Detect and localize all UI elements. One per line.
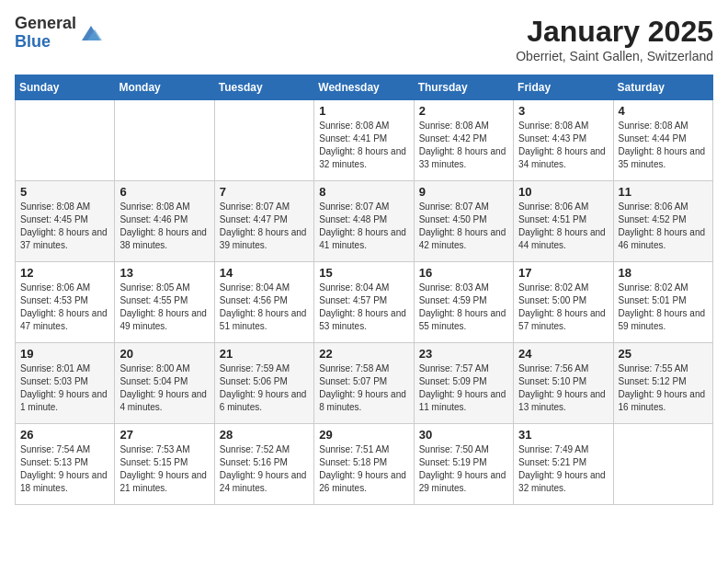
month-title: January 2025 <box>516 15 713 49</box>
col-header-tuesday: Tuesday <box>214 75 313 100</box>
day-number: 18 <box>619 266 708 280</box>
day-info: Sunrise: 8:08 AM Sunset: 4:46 PM Dayligh… <box>119 201 209 252</box>
day-info: Sunrise: 7:49 AM Sunset: 5:21 PM Dayligh… <box>518 443 608 495</box>
calendar-cell: 1Sunrise: 8:08 AM Sunset: 4:41 PM Daylig… <box>314 100 414 181</box>
calendar-cell: 2Sunrise: 8:08 AM Sunset: 4:42 PM Daylig… <box>414 100 513 181</box>
day-number: 24 <box>518 347 608 361</box>
calendar-cell <box>16 100 115 181</box>
calendar-cell: 27Sunrise: 7:53 AM Sunset: 5:15 PM Dayli… <box>115 424 214 505</box>
day-info: Sunrise: 8:06 AM Sunset: 4:52 PM Dayligh… <box>619 201 708 252</box>
day-number: 22 <box>319 347 408 361</box>
day-info: Sunrise: 8:07 AM Sunset: 4:47 PM Dayligh… <box>220 201 309 252</box>
calendar-cell: 30Sunrise: 7:50 AM Sunset: 5:19 PM Dayli… <box>414 424 513 505</box>
day-number: 4 <box>619 104 708 118</box>
day-info: Sunrise: 8:08 AM Sunset: 4:41 PM Dayligh… <box>319 120 408 171</box>
day-info: Sunrise: 7:54 AM Sunset: 5:13 PM Dayligh… <box>20 443 109 495</box>
calendar-cell <box>613 424 712 505</box>
day-info: Sunrise: 8:05 AM Sunset: 4:55 PM Dayligh… <box>119 282 209 333</box>
calendar-cell: 15Sunrise: 8:04 AM Sunset: 4:57 PM Dayli… <box>314 262 414 343</box>
day-info: Sunrise: 8:08 AM Sunset: 4:42 PM Dayligh… <box>419 120 508 171</box>
day-number: 21 <box>220 347 309 361</box>
calendar-cell: 11Sunrise: 8:06 AM Sunset: 4:52 PM Dayli… <box>613 181 712 262</box>
calendar-week-row: 26Sunrise: 7:54 AM Sunset: 5:13 PM Dayli… <box>16 424 713 505</box>
day-number: 31 <box>518 428 608 442</box>
calendar-cell: 17Sunrise: 8:02 AM Sunset: 5:00 PM Dayli… <box>514 262 613 343</box>
calendar-table: SundayMondayTuesdayWednesdayThursdayFrid… <box>15 75 713 505</box>
calendar-cell: 12Sunrise: 8:06 AM Sunset: 4:53 PM Dayli… <box>16 262 115 343</box>
day-info: Sunrise: 8:08 AM Sunset: 4:44 PM Dayligh… <box>619 120 708 171</box>
day-number: 6 <box>119 185 209 199</box>
day-number: 17 <box>518 266 608 280</box>
day-number: 20 <box>119 347 209 361</box>
day-info: Sunrise: 8:06 AM Sunset: 4:53 PM Dayligh… <box>20 282 109 333</box>
day-number: 10 <box>518 185 608 199</box>
day-info: Sunrise: 8:00 AM Sunset: 5:04 PM Dayligh… <box>119 362 209 414</box>
day-info: Sunrise: 7:50 AM Sunset: 5:19 PM Dayligh… <box>419 443 508 495</box>
calendar-cell: 7Sunrise: 8:07 AM Sunset: 4:47 PM Daylig… <box>214 181 313 262</box>
day-number: 7 <box>220 185 309 199</box>
day-info: Sunrise: 7:53 AM Sunset: 5:15 PM Dayligh… <box>119 443 209 495</box>
calendar-cell: 9Sunrise: 8:07 AM Sunset: 4:50 PM Daylig… <box>414 181 513 262</box>
day-number: 9 <box>419 185 508 199</box>
col-header-saturday: Saturday <box>613 75 712 100</box>
calendar-cell: 24Sunrise: 7:56 AM Sunset: 5:10 PM Dayli… <box>514 343 613 424</box>
calendar-cell: 8Sunrise: 8:07 AM Sunset: 4:48 PM Daylig… <box>314 181 414 262</box>
calendar-cell: 21Sunrise: 7:59 AM Sunset: 5:06 PM Dayli… <box>214 343 313 424</box>
day-number: 19 <box>20 347 109 361</box>
day-number: 16 <box>419 266 508 280</box>
day-info: Sunrise: 7:55 AM Sunset: 5:12 PM Dayligh… <box>619 362 708 414</box>
calendar-cell: 31Sunrise: 7:49 AM Sunset: 5:21 PM Dayli… <box>514 424 613 505</box>
day-info: Sunrise: 7:58 AM Sunset: 5:07 PM Dayligh… <box>319 362 408 414</box>
calendar-cell: 13Sunrise: 8:05 AM Sunset: 4:55 PM Dayli… <box>115 262 214 343</box>
day-info: Sunrise: 8:08 AM Sunset: 4:45 PM Dayligh… <box>20 201 109 252</box>
day-info: Sunrise: 7:59 AM Sunset: 5:06 PM Dayligh… <box>220 362 309 414</box>
calendar-header-row: SundayMondayTuesdayWednesdayThursdayFrid… <box>16 75 713 100</box>
logo-blue-text: Blue <box>15 33 76 52</box>
day-number: 27 <box>119 428 209 442</box>
calendar-cell <box>115 100 214 181</box>
location: Oberriet, Saint Gallen, Switzerland <box>516 49 713 63</box>
logo-general-text: General <box>15 15 76 33</box>
day-number: 25 <box>619 347 708 361</box>
day-info: Sunrise: 8:02 AM Sunset: 5:00 PM Dayligh… <box>518 282 608 333</box>
col-header-monday: Monday <box>115 75 214 100</box>
day-number: 12 <box>20 266 109 280</box>
col-header-friday: Friday <box>514 75 613 100</box>
calendar-cell: 26Sunrise: 7:54 AM Sunset: 5:13 PM Dayli… <box>16 424 115 505</box>
day-info: Sunrise: 8:02 AM Sunset: 5:01 PM Dayligh… <box>619 282 708 333</box>
calendar-cell: 6Sunrise: 8:08 AM Sunset: 4:46 PM Daylig… <box>115 181 214 262</box>
logo: General Blue <box>15 15 104 52</box>
col-header-thursday: Thursday <box>414 75 513 100</box>
day-info: Sunrise: 7:56 AM Sunset: 5:10 PM Dayligh… <box>518 362 608 414</box>
day-number: 5 <box>20 185 109 199</box>
day-number: 15 <box>319 266 408 280</box>
calendar-cell: 18Sunrise: 8:02 AM Sunset: 5:01 PM Dayli… <box>613 262 712 343</box>
calendar-week-row: 5Sunrise: 8:08 AM Sunset: 4:45 PM Daylig… <box>16 181 713 262</box>
day-info: Sunrise: 8:04 AM Sunset: 4:56 PM Dayligh… <box>220 282 309 333</box>
calendar-cell: 29Sunrise: 7:51 AM Sunset: 5:18 PM Dayli… <box>314 424 414 505</box>
day-number: 13 <box>119 266 209 280</box>
day-info: Sunrise: 8:01 AM Sunset: 5:03 PM Dayligh… <box>20 362 109 414</box>
calendar-week-row: 19Sunrise: 8:01 AM Sunset: 5:03 PM Dayli… <box>16 343 713 424</box>
calendar-cell: 28Sunrise: 7:52 AM Sunset: 5:16 PM Dayli… <box>214 424 313 505</box>
calendar-cell: 3Sunrise: 8:08 AM Sunset: 4:43 PM Daylig… <box>514 100 613 181</box>
day-number: 23 <box>419 347 508 361</box>
day-info: Sunrise: 8:07 AM Sunset: 4:50 PM Dayligh… <box>419 201 508 252</box>
day-info: Sunrise: 7:51 AM Sunset: 5:18 PM Dayligh… <box>319 443 408 495</box>
col-header-wednesday: Wednesday <box>314 75 414 100</box>
logo-icon <box>78 20 104 46</box>
day-number: 28 <box>220 428 309 442</box>
calendar-cell: 20Sunrise: 8:00 AM Sunset: 5:04 PM Dayli… <box>115 343 214 424</box>
calendar-cell: 23Sunrise: 7:57 AM Sunset: 5:09 PM Dayli… <box>414 343 513 424</box>
day-number: 3 <box>518 104 608 118</box>
day-number: 8 <box>319 185 408 199</box>
day-number: 29 <box>319 428 408 442</box>
day-info: Sunrise: 8:08 AM Sunset: 4:43 PM Dayligh… <box>518 120 608 171</box>
page-header: General Blue January 2025 Oberriet, Sain… <box>15 15 713 63</box>
day-number: 11 <box>619 185 708 199</box>
calendar-week-row: 1Sunrise: 8:08 AM Sunset: 4:41 PM Daylig… <box>16 100 713 181</box>
day-info: Sunrise: 8:06 AM Sunset: 4:51 PM Dayligh… <box>518 201 608 252</box>
calendar-cell: 14Sunrise: 8:04 AM Sunset: 4:56 PM Dayli… <box>214 262 313 343</box>
day-info: Sunrise: 7:52 AM Sunset: 5:16 PM Dayligh… <box>220 443 309 495</box>
day-info: Sunrise: 8:07 AM Sunset: 4:48 PM Dayligh… <box>319 201 408 252</box>
